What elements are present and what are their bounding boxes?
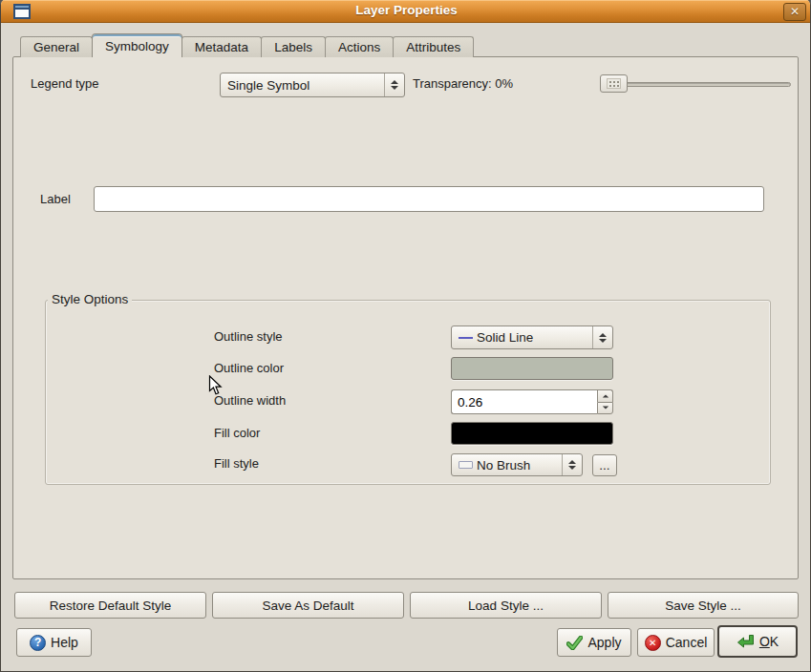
help-icon: ?: [30, 635, 46, 651]
outline-color-label: Outline color: [214, 361, 284, 375]
restore-default-style-button[interactable]: Restore Default Style: [14, 592, 206, 619]
apply-button[interactable]: Apply: [557, 628, 631, 657]
load-style-button[interactable]: Load Style ...: [410, 592, 602, 619]
fill-style-label: Fill style: [214, 456, 259, 471]
outline-style-label: Outline style: [214, 329, 283, 344]
window-title: Layer Properties: [1, 3, 811, 17]
chevron-updown-icon: [384, 74, 404, 96]
spin-down-icon: [602, 407, 608, 410]
outline-color-button[interactable]: [451, 357, 613, 380]
tab-labels[interactable]: Labels: [261, 36, 326, 57]
chevron-updown-icon: [592, 326, 612, 348]
chevron-updown-icon: [562, 454, 582, 475]
tab-symbology[interactable]: Symbology: [92, 33, 182, 57]
tab-attributes[interactable]: Attributes: [393, 36, 474, 57]
symbology-panel: Legend type Single Symbol Transparency: …: [12, 56, 799, 579]
fill-style-select[interactable]: No Brush: [451, 453, 583, 476]
fill-style-more-button[interactable]: ...: [592, 454, 617, 476]
help-button[interactable]: ? Help: [16, 628, 92, 657]
transparency-value: 0%: [495, 76, 513, 91]
cancel-x-icon: ✕: [645, 635, 661, 651]
legend-type-select[interactable]: Single Symbol: [220, 73, 405, 97]
outline-width-spinbox: [451, 389, 613, 414]
fill-color-label: Fill color: [214, 426, 260, 440]
fill-style-value: No Brush: [477, 458, 562, 472]
ok-enter-icon: [736, 634, 755, 649]
fill-color-button[interactable]: [451, 422, 613, 445]
transparency-label: Transparency: 0%: [413, 76, 513, 91]
legend-type-label: Legend type: [31, 76, 99, 91]
outline-width-label: Outline width: [214, 393, 286, 408]
outline-style-select[interactable]: Solid Line: [451, 326, 613, 349]
style-options-group: [45, 300, 771, 485]
close-button[interactable]: ✕: [783, 3, 806, 21]
tab-general[interactable]: General: [20, 36, 93, 57]
slider-grip-icon: [607, 78, 621, 89]
spin-up-button[interactable]: [597, 389, 613, 402]
layer-properties-dialog: Layer Properties ✕ General Symbology Met…: [0, 0, 811, 672]
spin-down-button[interactable]: [597, 402, 613, 415]
no-brush-icon: [459, 461, 473, 469]
apply-check-icon: [566, 636, 583, 650]
tab-metadata[interactable]: Metadata: [181, 36, 262, 57]
style-options-title: Style Options: [48, 292, 132, 306]
save-style-button[interactable]: Save Style ...: [608, 592, 799, 619]
transparency-slider-handle[interactable]: [600, 74, 628, 93]
cancel-button[interactable]: ✕ Cancel: [637, 628, 715, 657]
spin-up-icon: [602, 394, 608, 397]
ok-button[interactable]: OK: [717, 625, 798, 658]
outline-width-input[interactable]: [451, 389, 597, 414]
titlebar[interactable]: Layer Properties ✕: [1, 0, 811, 23]
label-field-label: Label: [40, 192, 71, 206]
label-input[interactable]: [94, 186, 764, 212]
close-icon: ✕: [790, 5, 800, 18]
solid-line-icon: [459, 337, 473, 339]
outline-style-value: Solid Line: [477, 330, 592, 345]
tab-bar: General Symbology Metadata Labels Action…: [20, 33, 473, 57]
transparency-slider[interactable]: [602, 82, 791, 87]
tab-actions[interactable]: Actions: [325, 36, 394, 57]
legend-type-value: Single Symbol: [227, 78, 384, 93]
save-as-default-button[interactable]: Save As Default: [212, 592, 404, 619]
